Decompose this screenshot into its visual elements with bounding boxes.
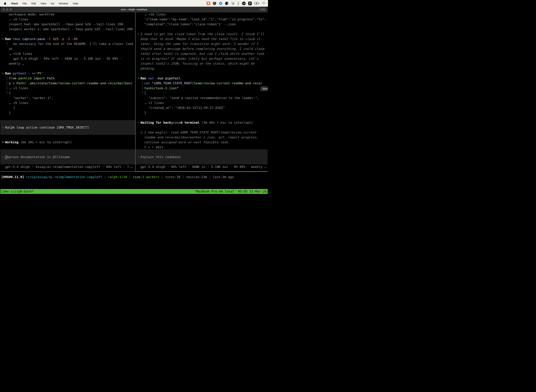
dots-grid-icon[interactable] bbox=[231, 2, 234, 5]
terminal-line: "subject": "send a concise recommendatio… bbox=[136, 96, 268, 100]
terminal-line: │cat "$OMX_TEAM_STATE_ROOT/team/review-c… bbox=[136, 81, 268, 86]
terminal-line: └{ bbox=[0, 91, 135, 96]
crescent-icon[interactable] bbox=[225, 2, 229, 5]
terminal-line: │tasks/task-2.json" bbox=[136, 86, 268, 91]
terminal-line: │… +3 lines bbox=[0, 86, 135, 91]
left-pane[interactable]: workspace_mode: worktree… +9 linesinspec… bbox=[0, 7, 135, 196]
terminal-line: inspect_worker-1: omx sparkshell --tmux-… bbox=[0, 27, 135, 32]
input-source-icon[interactable]: A bbox=[248, 2, 252, 5]
terminal-line: ] bbox=[0, 105, 135, 110]
terminal-line: weekly … bbox=[0, 61, 135, 66]
terminal-line: ›Ralph loop active continue [OMX_TMUX_IN… bbox=[0, 125, 135, 130]
screen-tooltip: Scre bbox=[260, 86, 268, 91]
terminal-line: •Ran set -euo pipefail bbox=[136, 76, 268, 81]
pane-border-bottom-left bbox=[0, 171, 135, 172]
terminal-line: •Ran python3 - <<'PY' bbox=[0, 71, 135, 76]
terminal-line: } bbox=[136, 110, 268, 115]
lightning-badge-icon[interactable] bbox=[219, 2, 222, 5]
terminal-line: ⌥ + ↑ edit bbox=[136, 145, 268, 150]
terminal-line: "completed","claim_token":"claim-token"}… bbox=[136, 22, 268, 27]
terminal-line: later. Using the same for transition mig… bbox=[136, 42, 268, 46]
right-pane[interactable]: … +16 lines'{"team_name":"my-team","task… bbox=[136, 7, 268, 196]
squiggle-icon[interactable] bbox=[237, 1, 239, 5]
terminal-line: •Working (6m 38s • esc to interrupt) bbox=[0, 140, 135, 145]
percent-badge-icon[interactable]: ..61 bbox=[242, 2, 246, 5]
terminal-line: ›Improve documentation in @filename bbox=[0, 154, 135, 159]
terminal-line: "created_at": "2026-03-31T11:59:27.816Z" bbox=[136, 105, 268, 110]
terminal-line: └{ bbox=[136, 91, 268, 96]
terminal-line: ›Explain this codebase bbox=[136, 154, 268, 159]
menu-item-help[interactable]: Help bbox=[73, 2, 78, 5]
terminal-line: │p = Path('.omx/state/team/review-curren… bbox=[0, 81, 135, 86]
terminal-line: •I need to get the claim token from the … bbox=[136, 32, 268, 37]
terminal-line: └be necessary for the end of the README.… bbox=[0, 42, 135, 46]
apple-menu-icon[interactable] bbox=[4, 2, 6, 5]
menu-item-window[interactable]: Window bbox=[59, 2, 68, 5]
screen: Slack FileEditViewGoWindowHelp bbox=[0, 0, 268, 196]
menu-item-view[interactable]: View bbox=[40, 2, 46, 5]
terminal-line: workspace_mode: worktree bbox=[0, 12, 135, 17]
terminal-line: pending. bbox=[136, 66, 268, 71]
terminal-line: continue assigned work or next feasible … bbox=[136, 140, 268, 145]
terminal-line: "worker": "worker-1", bbox=[0, 96, 135, 100]
terminal-line: … +7 lines bbox=[136, 100, 268, 105]
terminal-line: is in progress? It seems likely but perh… bbox=[136, 56, 268, 61]
wifi-icon[interactable] bbox=[262, 2, 266, 5]
terminal-line: keep that in mind. Maybe I also need the… bbox=[136, 37, 268, 42]
pane-divider[interactable] bbox=[135, 12, 136, 171]
keypad-shield-icon[interactable] bbox=[213, 2, 216, 5]
terminal-line: │from pathlib import Path bbox=[0, 76, 135, 81]
terminal-line: … +9 lines bbox=[0, 17, 135, 22]
terminal-line: •Ran tmux capture-pane -t %25 -p -S -80 bbox=[0, 37, 135, 42]
terminal-line: inspect_hud: omx sparkshell --tmux-pane … bbox=[0, 22, 135, 27]
terminal-line: gpt-5.4 xhigh · essay/ai-reimplementatio… bbox=[0, 164, 135, 169]
tmux-status-bar: [omx-cczip0:bash* "MacBook-Pro-44.local"… bbox=[0, 189, 268, 194]
macos-menu-bar: Slack FileEditViewGoWindowHelp bbox=[0, 0, 268, 7]
terminal-line: … +16 lines bbox=[136, 12, 268, 17]
terminal-line: •Waiting for background terminal (3m 46s… bbox=[136, 120, 268, 125]
pane-border-bottom-right bbox=[135, 171, 268, 172]
terminal-line: inspect task2's JSON, focusing on the st… bbox=[136, 61, 268, 66]
menu-item-file[interactable]: File bbox=[23, 2, 27, 5]
tmux-session-label: [omx-cczip0:bash* bbox=[1, 189, 34, 194]
screen-share-icon[interactable] bbox=[206, 1, 210, 5]
terminal-line: gpt-5.4 xhigh · 94% left · 488K in · 5.1… bbox=[0, 56, 135, 61]
terminal-line: readme-and-reco/mailbox/worker-1.json, a… bbox=[136, 135, 268, 140]
menu-item-edit[interactable]: Edit bbox=[31, 2, 36, 5]
battery-icon[interactable] bbox=[254, 2, 259, 5]
terminal-line: } bbox=[0, 110, 135, 115]
omx-status-line: [OMX#0.11.9] cczip/essay/ai-reimplementa… bbox=[0, 175, 268, 179]
terminal-line: gpt-5.4 xhigh · 94% left · 488K in · 5.1… bbox=[136, 164, 268, 169]
menu-item-go[interactable]: Go bbox=[51, 2, 54, 5]
terminal-line: at bbox=[0, 46, 135, 51]
menu-app-name[interactable]: Slack bbox=[11, 2, 18, 5]
terminal-line: … +9 lines bbox=[0, 100, 135, 105]
terminal-line: '{"team_name":"my-team","task_id":"1","f… bbox=[136, 17, 268, 22]
terminal-window: omx --xhigh --madmax ⌥⌘1 workspace_mode:… bbox=[0, 7, 268, 196]
tmux-host-clock: "MacBook-Pro-44.local" 05:03 31-Mar-26 bbox=[194, 189, 267, 194]
terminal-line: task2 after task1 is complete, but can I… bbox=[136, 51, 268, 56]
terminal-line: ↳1 new msg(s): read $OMX_TEAM_STATE_ROOT… bbox=[136, 130, 268, 135]
terminal-line: should send a message before completing … bbox=[136, 46, 268, 51]
terminal-line: … +110 lines bbox=[0, 51, 135, 56]
